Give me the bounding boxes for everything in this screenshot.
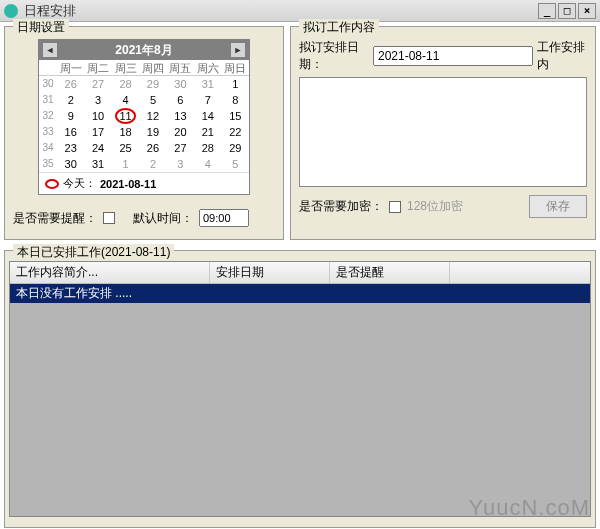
calendar-title[interactable]: 2021年8月 <box>115 42 172 59</box>
today-circle-icon <box>45 179 59 189</box>
calendar-day[interactable]: 3 <box>167 156 194 172</box>
calendar-day[interactable]: 28 <box>112 76 139 92</box>
calendar-dow: 周日 <box>222 60 249 76</box>
close-button[interactable]: × <box>578 3 596 19</box>
calendar-week-num: 35 <box>39 156 57 172</box>
calendar-week-num: 31 <box>39 92 57 108</box>
calendar-day[interactable]: 26 <box>57 76 84 92</box>
calendar-day[interactable]: 19 <box>139 124 166 140</box>
calendar-day[interactable]: 26 <box>139 140 166 156</box>
work-list: 工作内容简介... 安排日期 是否提醒 本日没有工作安排 ..... <box>9 261 591 517</box>
work-content-group: 拟订工作内容 拟订安排日期： 工作安排内 是否需要加密： 128位加密 保存 <box>290 26 596 240</box>
calendar-day[interactable]: 23 <box>57 140 84 156</box>
calendar-dow: 周四 <box>139 60 166 76</box>
list-row-empty[interactable]: 本日没有工作安排 ..... <box>10 284 590 303</box>
calendar-day[interactable]: 22 <box>222 124 249 140</box>
calendar-day[interactable]: 21 <box>194 124 221 140</box>
calendar-day[interactable]: 3 <box>84 92 111 108</box>
remind-label: 是否需要提醒： <box>13 210 97 227</box>
calendar-week-num: 30 <box>39 76 57 92</box>
window-title: 日程安排 <box>24 2 76 20</box>
calendar-day[interactable]: 2 <box>57 92 84 108</box>
list-header: 工作内容简介... 安排日期 是否提醒 <box>10 262 590 284</box>
calendar-dow: 周二 <box>84 60 111 76</box>
watermark: YuucN.coM <box>469 495 591 521</box>
calendar-dow: 周五 <box>167 60 194 76</box>
calendar-dow: 周六 <box>194 60 221 76</box>
default-time-input[interactable] <box>199 209 249 227</box>
calendar-day[interactable]: 20 <box>167 124 194 140</box>
calendar-day[interactable]: 29 <box>139 76 166 92</box>
default-time-label: 默认时间： <box>133 210 193 227</box>
date-settings-group: 日期设置 ◄ 2021年8月 ► 周一周二周三周四周五周六周日302627282… <box>4 26 284 240</box>
calendar-day[interactable]: 1 <box>222 76 249 92</box>
calendar-day[interactable]: 6 <box>167 92 194 108</box>
work-content-textarea[interactable] <box>299 77 587 187</box>
calendar-day[interactable]: 27 <box>167 140 194 156</box>
calendar-header: ◄ 2021年8月 ► <box>39 40 249 60</box>
calendar-day[interactable]: 16 <box>57 124 84 140</box>
calendar-day[interactable]: 13 <box>167 108 194 124</box>
calendar-day[interactable]: 4 <box>194 156 221 172</box>
calendar-day[interactable]: 18 <box>112 124 139 140</box>
plan-date-input[interactable] <box>373 46 533 66</box>
encrypt-option-label: 128位加密 <box>407 198 463 215</box>
calendar-day[interactable]: 30 <box>167 76 194 92</box>
calendar-week-num: 33 <box>39 124 57 140</box>
column-date[interactable]: 安排日期 <box>210 262 330 283</box>
plan-date-label: 拟订安排日期： <box>299 39 369 73</box>
app-icon <box>4 4 18 18</box>
calendar-day[interactable]: 5 <box>139 92 166 108</box>
calendar-day[interactable]: 8 <box>222 92 249 108</box>
scheduled-work-group: 本日已安排工作(2021-08-11) 工作内容简介... 安排日期 是否提醒 … <box>4 250 596 528</box>
calendar-day[interactable]: 29 <box>222 140 249 156</box>
minimize-button[interactable]: _ <box>538 3 556 19</box>
calendar-day[interactable]: 17 <box>84 124 111 140</box>
calendar-dow: 周三 <box>112 60 139 76</box>
calendar-day[interactable]: 30 <box>57 156 84 172</box>
calendar-day[interactable]: 31 <box>84 156 111 172</box>
calendar-week-num: 32 <box>39 108 57 124</box>
encrypt-label: 是否需要加密： <box>299 198 383 215</box>
calendar-day[interactable]: 12 <box>139 108 166 124</box>
encrypt-checkbox[interactable] <box>389 201 401 213</box>
calendar-footer[interactable]: 今天： 2021-08-11 <box>39 172 249 194</box>
remind-checkbox[interactable] <box>103 212 115 224</box>
column-summary[interactable]: 工作内容简介... <box>10 262 210 283</box>
today-value: 2021-08-11 <box>100 178 156 190</box>
column-remind[interactable]: 是否提醒 <box>330 262 450 283</box>
calendar-day[interactable]: 10 <box>84 108 111 124</box>
calendar-day[interactable]: 1 <box>112 156 139 172</box>
calendar-day[interactable]: 4 <box>112 92 139 108</box>
date-group-title: 日期设置 <box>13 19 69 36</box>
calendar-week-num: 34 <box>39 140 57 156</box>
calendar-day[interactable]: 11 <box>112 108 139 124</box>
calendar-day[interactable]: 5 <box>222 156 249 172</box>
calendar: ◄ 2021年8月 ► 周一周二周三周四周五周六周日30262728293031… <box>38 39 250 195</box>
calendar-day[interactable]: 14 <box>194 108 221 124</box>
maximize-button[interactable]: □ <box>558 3 576 19</box>
calendar-day[interactable]: 15 <box>222 108 249 124</box>
calendar-day[interactable]: 25 <box>112 140 139 156</box>
calendar-day[interactable]: 24 <box>84 140 111 156</box>
calendar-dow: 周一 <box>57 60 84 76</box>
today-label: 今天： <box>63 176 96 191</box>
list-body: 本日没有工作安排 ..... <box>10 284 590 517</box>
save-button[interactable]: 保存 <box>529 195 587 218</box>
next-month-button[interactable]: ► <box>231 43 245 57</box>
prev-month-button[interactable]: ◄ <box>43 43 57 57</box>
calendar-day[interactable]: 28 <box>194 140 221 156</box>
calendar-day[interactable]: 31 <box>194 76 221 92</box>
scheduled-work-title: 本日已安排工作(2021-08-11) <box>13 244 174 261</box>
calendar-day[interactable]: 27 <box>84 76 111 92</box>
work-group-title: 拟订工作内容 <box>299 19 379 36</box>
calendar-day[interactable]: 2 <box>139 156 166 172</box>
work-arrange-label: 工作安排内 <box>537 39 587 73</box>
calendar-day[interactable]: 7 <box>194 92 221 108</box>
calendar-day[interactable]: 9 <box>57 108 84 124</box>
